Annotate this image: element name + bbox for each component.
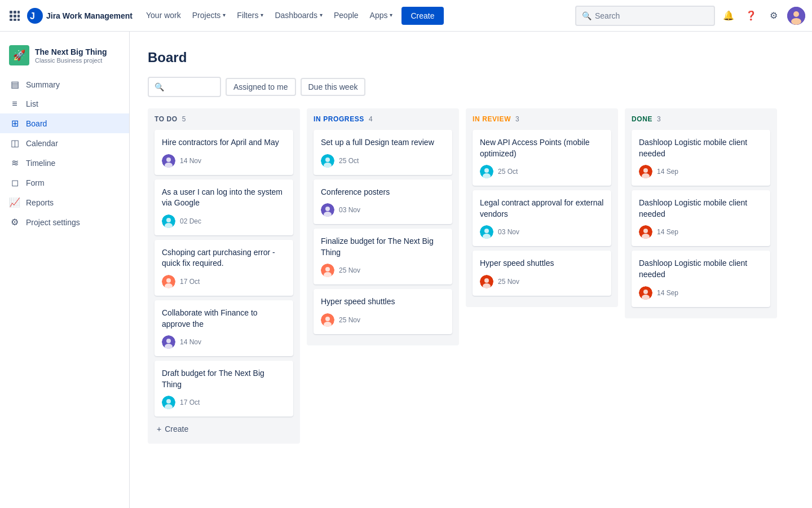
sidebar-label-timeline: Timeline bbox=[26, 159, 55, 168]
assigned-to-me-filter[interactable]: Assigned to me bbox=[226, 78, 296, 96]
column-header-inprogress: IN PROGRESS 4 bbox=[314, 115, 452, 123]
card[interactable]: Hyper speed shuttles 25 Nov bbox=[314, 289, 452, 334]
filters-nav[interactable]: Filters ▾ bbox=[232, 0, 268, 32]
card-date: 25 Nov bbox=[339, 316, 360, 324]
sidebar-item-form[interactable]: ◻ Form bbox=[0, 173, 129, 192]
board-container: TO DO 5 Hire contractors for April and M… bbox=[148, 108, 794, 444]
sidebar-item-list[interactable]: ≡ List bbox=[0, 94, 129, 113]
board-search-icon: 🔍 bbox=[155, 82, 164, 91]
search-icon: 🔍 bbox=[582, 11, 592, 20]
svg-point-42 bbox=[484, 168, 489, 173]
card-title: Legal contract approval for external ven… bbox=[480, 198, 604, 220]
sidebar-label-reports: Reports bbox=[26, 198, 54, 207]
column-inprogress: IN PROGRESS 4 Set up a full Design team … bbox=[307, 108, 459, 345]
jira-logo[interactable]: J Jira Work Management bbox=[27, 8, 133, 24]
column-header-inreview: IN REVIEW 3 bbox=[473, 115, 611, 123]
column-count-inreview: 3 bbox=[515, 115, 519, 123]
apps-nav[interactable]: Apps ▾ bbox=[365, 0, 398, 32]
svg-rect-4 bbox=[14, 15, 16, 17]
card-title: As a user I can log into the system via … bbox=[162, 187, 286, 209]
svg-rect-7 bbox=[14, 19, 16, 21]
card-meta: 14 Sep bbox=[639, 225, 763, 239]
apps-chevron-icon: ▾ bbox=[390, 12, 392, 18]
user-avatar[interactable] bbox=[787, 7, 805, 25]
create-button[interactable]: Create bbox=[401, 7, 443, 25]
svg-rect-5 bbox=[17, 15, 20, 17]
sidebar-nav: ▤ Summary ≡ List ⊞ Board ◫ Calendar ≋ Ti… bbox=[0, 75, 129, 232]
dashboards-chevron-icon: ▾ bbox=[320, 12, 323, 18]
card-title: Draft budget for The Next Big Thing bbox=[162, 368, 286, 390]
card[interactable]: Collaborate with Finance to approve the … bbox=[155, 300, 293, 356]
dashboards-nav[interactable]: Dashboards ▾ bbox=[270, 0, 327, 32]
board-search-input[interactable]: 🔍 bbox=[148, 77, 221, 97]
app-body: 🚀 The Next Big Thing Classic Business pr… bbox=[0, 32, 812, 508]
card-avatar bbox=[162, 154, 175, 168]
card-meta: 25 Nov bbox=[321, 264, 445, 277]
svg-point-36 bbox=[325, 267, 330, 271]
card[interactable]: Cshoping cart purchasing error - quick f… bbox=[155, 240, 293, 296]
card-title: Cshoping cart purchasing error - quick f… bbox=[162, 247, 286, 269]
svg-point-12 bbox=[793, 11, 799, 17]
card[interactable]: Hyper speed shuttles 25 Nov bbox=[473, 251, 611, 296]
notifications-icon[interactable]: 🔔 bbox=[720, 7, 738, 25]
grid-menu-icon[interactable] bbox=[7, 8, 23, 24]
calendar-icon: ◫ bbox=[9, 138, 20, 148]
sidebar-item-project-settings[interactable]: ⚙ Project settings bbox=[0, 212, 129, 232]
column-header-done: DONE 3 bbox=[632, 115, 770, 123]
page-title: Board bbox=[148, 50, 794, 65]
settings-icon[interactable]: ⚙ bbox=[765, 7, 783, 25]
svg-point-27 bbox=[166, 399, 171, 404]
svg-point-33 bbox=[325, 207, 330, 211]
card-title: Dashloop Logistic mobile client needed bbox=[639, 137, 763, 159]
card-avatar bbox=[321, 313, 334, 327]
card[interactable]: Finalize budget for The Next Big Thing 2… bbox=[314, 229, 452, 284]
help-icon[interactable]: ❓ bbox=[742, 7, 760, 25]
card[interactable]: Legal contract approval for external ven… bbox=[473, 190, 611, 246]
sidebar-label-project-settings: Project settings bbox=[26, 218, 80, 227]
column-create-button[interactable]: +Create bbox=[155, 421, 293, 437]
projects-nav[interactable]: Projects ▾ bbox=[188, 0, 231, 32]
card-meta: 14 Nov bbox=[162, 154, 286, 168]
card[interactable]: Dashloop Logistic mobile client needed 1… bbox=[632, 251, 770, 306]
card-title: Hire contractors for April and May bbox=[162, 137, 286, 148]
card[interactable]: Dashloop Logistic mobile client needed 1… bbox=[632, 130, 770, 186]
card-date: 03 Nov bbox=[339, 206, 360, 214]
card[interactable]: Hire contractors for April and May 14 No… bbox=[155, 130, 293, 175]
card-title: Set up a full Design team review bbox=[321, 137, 445, 148]
card[interactable]: Dashloop Logistic mobile client needed 1… bbox=[632, 190, 770, 246]
search-bar[interactable]: 🔍 Search bbox=[575, 6, 715, 26]
card-avatar bbox=[480, 275, 493, 288]
column-label-inprogress: IN PROGRESS bbox=[314, 115, 364, 123]
due-this-week-filter[interactable]: Due this week bbox=[301, 78, 366, 96]
card-date: 17 Oct bbox=[180, 398, 200, 406]
sidebar-item-timeline[interactable]: ≋ Timeline bbox=[0, 153, 129, 173]
people-nav[interactable]: People bbox=[329, 0, 363, 32]
card-meta: 02 Dec bbox=[162, 214, 286, 228]
sidebar-item-board[interactable]: ⊞ Board bbox=[0, 113, 129, 133]
list-icon: ≡ bbox=[9, 99, 20, 109]
card-meta: 25 Oct bbox=[321, 154, 445, 168]
card[interactable]: Set up a full Design team review 25 Oct bbox=[314, 130, 452, 175]
card-avatar bbox=[639, 286, 652, 300]
card-date: 14 Sep bbox=[657, 289, 678, 297]
card-title: Finalize budget for The Next Big Thing bbox=[321, 236, 445, 258]
card-meta: 03 Nov bbox=[480, 225, 604, 239]
card[interactable]: New API Access Points (mobile optimized)… bbox=[473, 130, 611, 186]
column-todo: TO DO 5 Hire contractors for April and M… bbox=[148, 108, 300, 444]
your-work-nav[interactable]: Your work bbox=[142, 0, 186, 32]
card[interactable]: Conference posters 03 Nov bbox=[314, 179, 452, 225]
column-count-done: 3 bbox=[657, 115, 661, 123]
sidebar: 🚀 The Next Big Thing Classic Business pr… bbox=[0, 32, 130, 508]
svg-point-18 bbox=[166, 218, 171, 222]
card[interactable]: As a user I can log into the system via … bbox=[155, 179, 293, 235]
card-meta: 25 Nov bbox=[321, 313, 445, 327]
sidebar-item-summary[interactable]: ▤ Summary bbox=[0, 75, 129, 94]
card[interactable]: Draft budget for The Next Big Thing 17 O… bbox=[155, 361, 293, 417]
card-avatar bbox=[321, 203, 334, 217]
project-info: The Next Big Thing Classic Business proj… bbox=[35, 47, 107, 64]
card-avatar bbox=[639, 225, 652, 239]
sidebar-item-reports[interactable]: 📈 Reports bbox=[0, 192, 129, 212]
svg-rect-8 bbox=[17, 19, 20, 21]
sidebar-item-calendar[interactable]: ◫ Calendar bbox=[0, 133, 129, 153]
svg-point-21 bbox=[166, 278, 171, 283]
